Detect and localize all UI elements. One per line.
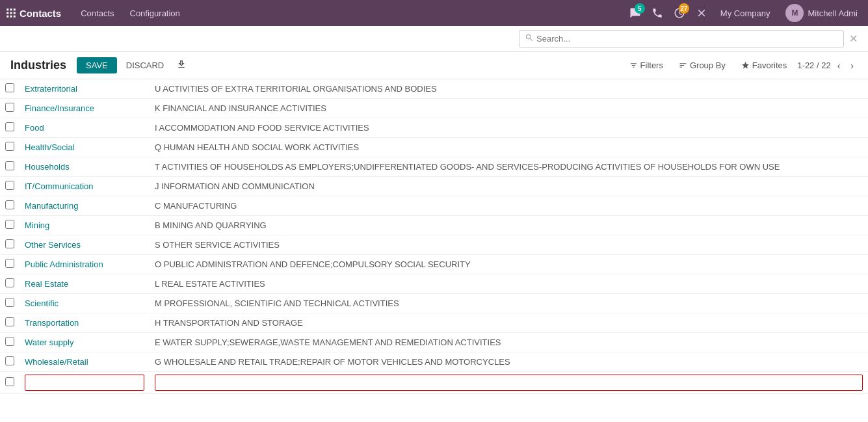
industry-code-text: B MINING AND QUARRYING [155,220,267,230]
industry-code-cell: B MINING AND QUARRYING [150,216,868,235]
industry-name-cell: Health/Social [20,138,150,157]
table-row: Scientific M PROFESSIONAL, SCIENTIFIC AN… [0,294,868,313]
industry-name-link[interactable]: Other Services [25,240,81,250]
apps-menu-button[interactable] [5,7,17,19]
industry-code-text: L REAL ESTATE ACTIVITIES [155,279,265,289]
chat-badge: 5 [635,3,645,14]
industry-code-cell: L REAL ESTATE ACTIVITIES [150,274,868,294]
row-checkbox[interactable] [5,220,14,229]
row-checkbox[interactable] [5,259,14,268]
pagination-prev[interactable]: ‹ [834,59,845,72]
new-row-code-input[interactable] [155,375,863,391]
table-container: Extraterritorial U ACTIVITIES OF EXTRA T… [0,79,868,394]
industry-code-cell: S OTHER SERVICE ACTIVITIES [150,235,868,255]
search-input[interactable] [536,34,838,44]
svg-rect-8 [14,16,16,18]
industry-name-link[interactable]: Food [25,123,44,133]
table-row: Other Services S OTHER SERVICE ACTIVITIE… [0,235,868,255]
save-button[interactable]: SAVE [77,57,117,73]
row-checkbox[interactable] [5,317,14,326]
svg-rect-0 [7,8,8,10]
industry-name-link[interactable]: Wholesale/Retail [25,357,88,367]
table-row: Real Estate L REAL ESTATE ACTIVITIES [0,274,868,294]
table-row: Transportation H TRANSPORTATION AND STOR… [0,313,868,333]
table-row: Mining B MINING AND QUARRYING [0,216,868,235]
industry-name-cell: Households [20,157,150,177]
row-checkbox[interactable] [5,298,14,307]
user-avatar: M [785,4,804,22]
row-checkbox[interactable] [5,278,14,287]
nav-contacts[interactable]: Contacts [74,6,120,21]
industry-name-cell: Extraterritorial [20,79,150,99]
svg-rect-2 [14,8,16,10]
industry-name-link[interactable]: Real Estate [25,279,68,289]
industry-code-cell: E WATER SUPPLY;SEWERAGE,WASTE MANAGEMENT… [150,333,868,352]
table-row: Water supply E WATER SUPPLY;SEWERAGE,WAS… [0,333,868,352]
company-selector[interactable]: My Company [715,6,776,21]
svg-rect-5 [14,12,16,14]
industry-code-cell: J INFORMATION AND COMMUNICATION [150,177,868,196]
search-close-icon[interactable]: ✕ [849,33,858,45]
groupby-button[interactable]: Group By [674,58,731,73]
chat-icon-button[interactable]: 5 [627,5,644,21]
row-checkbox-cell [0,79,20,99]
new-row-code-cell [150,372,868,394]
row-checkbox-cell [0,118,20,138]
close-icon-button[interactable] [693,5,710,21]
search-wrap [519,30,844,47]
industry-name-link[interactable]: Mining [25,220,49,230]
row-checkbox[interactable] [5,161,14,170]
pagination: 1-22 / 22 ‹ › [797,59,858,72]
app-brand: Contacts [20,8,61,19]
row-checkbox[interactable] [5,356,14,365]
pagination-next[interactable]: › [847,59,858,72]
industry-code-text: M PROFESSIONAL, SCIENTIFIC AND TECHNICAL… [155,298,399,308]
row-checkbox[interactable] [5,239,14,248]
svg-rect-4 [10,12,12,14]
nav-configuration[interactable]: Configuration [124,6,187,21]
industry-name-cell: Manufacturing [20,196,150,216]
row-checkbox[interactable] [5,122,14,131]
pagination-label: 1-22 / 22 [797,60,830,70]
new-row-name-input[interactable] [25,375,144,391]
row-checkbox[interactable] [5,337,14,346]
new-row-checkbox[interactable] [5,377,14,386]
svg-rect-3 [7,12,8,14]
industry-name-link[interactable]: Transportation [25,318,79,328]
industry-name-link[interactable]: Public Administration [25,259,103,269]
table-row: IT/Communication J INFORMATION AND COMMU… [0,177,868,196]
industry-code-text: E WATER SUPPLY;SEWERAGE,WASTE MANAGEMENT… [155,337,501,347]
industry-code-cell: G WHOLESALE AND RETAIL TRADE;REPAIR OF M… [150,352,868,372]
row-checkbox[interactable] [5,181,14,190]
favorites-button[interactable]: Favorites [736,58,792,73]
row-checkbox[interactable] [5,142,14,151]
industry-name-link[interactable]: Health/Social [25,142,75,152]
user-menu[interactable]: M Mitchell Admi [780,1,863,25]
industry-code-text: Q HUMAN HEALTH AND SOCIAL WORK ACTIVITIE… [155,142,359,152]
industry-name-cell: Wholesale/Retail [20,352,150,372]
row-checkbox-cell [0,294,20,313]
phone-icon-button[interactable] [649,5,666,21]
discard-button[interactable]: DISCARD [120,57,171,73]
new-row-name-cell [20,372,150,394]
industry-name-link[interactable]: Finance/Insurance [25,103,94,113]
row-checkbox[interactable] [5,83,14,92]
industry-name-link[interactable]: Scientific [25,298,59,308]
row-checkbox[interactable] [5,103,14,112]
filters-button[interactable]: Filters [624,58,668,73]
row-checkbox-cell [0,216,20,235]
industry-code-cell: O PUBLIC ADMINISTRATION AND DEFENCE;COMP… [150,255,868,274]
row-checkbox[interactable] [5,200,14,209]
industry-name-link[interactable]: Manufacturing [25,201,78,211]
industry-name-link[interactable]: Water supply [25,337,73,347]
industry-code-text: H TRANSPORTATION AND STORAGE [155,318,303,328]
clock-icon-button[interactable]: 27 [671,5,688,21]
row-checkbox-cell [0,255,20,274]
export-button[interactable] [173,56,190,75]
industry-name-link[interactable]: Extraterritorial [25,84,77,94]
industry-name-link[interactable]: Households [25,162,70,172]
industry-code-text: S OTHER SERVICE ACTIVITIES [155,240,280,250]
industry-name-cell: IT/Communication [20,177,150,196]
industry-name-link[interactable]: IT/Communication [25,181,93,191]
industry-name-cell: Mining [20,216,150,235]
